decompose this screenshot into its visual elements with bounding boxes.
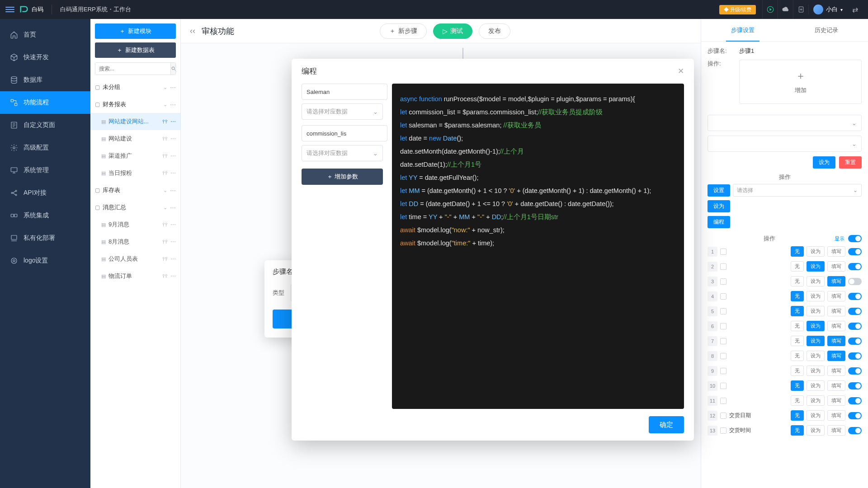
chip-no[interactable]: 无 (791, 291, 804, 301)
sidebar-item-gear[interactable]: 高级配置 (0, 136, 90, 159)
checkbox[interactable] (720, 323, 726, 329)
chip-fill[interactable]: 填写 (827, 380, 845, 391)
search-input[interactable] (95, 63, 170, 75)
tab-step-settings[interactable]: 步骤设置 (701, 19, 785, 41)
more-icon[interactable]: ⋯ (170, 84, 176, 91)
chip-set[interactable]: 设为 (807, 395, 825, 406)
tree-folder[interactable]: ▢库存表⌄⋯ (90, 182, 180, 199)
checkbox[interactable] (720, 353, 726, 359)
checkbox[interactable] (720, 413, 726, 419)
chip-no[interactable]: 无 (791, 276, 804, 286)
chip-fill[interactable]: 填写 (827, 410, 845, 421)
back-button[interactable]: ‹‹ (190, 26, 195, 36)
tree-leaf[interactable]: ▤物流订单⫯⫯⋯ (90, 267, 180, 285)
chip-fill[interactable]: 填写 (827, 395, 845, 406)
new-step-button[interactable]: ＋ 新步骤 (380, 23, 427, 39)
param-select-2[interactable]: 请选择对应数据⌄ (302, 145, 383, 161)
sidebar-item-integrate[interactable]: 系统集成 (0, 204, 90, 227)
code-editor[interactable]: async function runProcess($model = model… (392, 84, 684, 409)
tree-leaf[interactable]: ▤公司人员表⫯⫯⋯ (90, 250, 180, 267)
checkbox[interactable] (720, 263, 726, 270)
chip-fill[interactable]: 填写 (827, 291, 845, 301)
chip-fill[interactable]: 填写 (827, 321, 845, 331)
menu-icon[interactable] (5, 7, 14, 12)
more-icon[interactable]: ⋯ (170, 136, 176, 142)
config-button[interactable]: 设置 (708, 184, 730, 197)
sidebar-item-page[interactable]: 自定义页面 (0, 114, 90, 136)
setas-button[interactable]: 设为 (708, 200, 730, 212)
leaf-tools[interactable]: ⫯⫯⋯ (162, 170, 176, 176)
chip-fill[interactable]: 填写 (827, 261, 845, 272)
chip-fill[interactable]: 填写 (827, 246, 845, 257)
adjust-icon[interactable]: ⫯⫯ (162, 221, 168, 228)
chip-set[interactable]: 设为 (807, 276, 825, 286)
chip-no[interactable]: 无 (791, 410, 804, 421)
tree-leaf[interactable]: ▤9月消息⫯⫯⋯ (90, 216, 180, 233)
chip-set[interactable]: 设为 (807, 291, 825, 301)
chip-fill[interactable]: 填写 (827, 276, 845, 286)
leaf-tools[interactable]: ⫯⫯⋯ (162, 256, 176, 262)
row-toggle[interactable] (848, 367, 862, 375)
chip-no[interactable]: 无 (791, 380, 804, 391)
swap-icon[interactable]: ⇄ (847, 0, 863, 19)
sidebar-item-logo[interactable]: logo设置 (0, 249, 90, 272)
more-icon[interactable]: ⋯ (170, 239, 176, 245)
tree-folder[interactable]: ▢财务报表⌄⋯ (90, 96, 180, 113)
cloud-icon[interactable] (778, 0, 793, 19)
chip-set[interactable]: 设为 (807, 425, 825, 436)
action-select[interactable]: 请选择⌄ (733, 184, 862, 197)
param-input-2[interactable] (302, 125, 387, 141)
leaf-tools[interactable]: ⫯⫯⋯ (162, 273, 176, 279)
checkbox[interactable] (720, 368, 726, 374)
leaf-tools[interactable]: ⫯⫯⋯ (162, 153, 176, 159)
adjust-icon[interactable]: ⫯⫯ (162, 239, 168, 245)
brand-logo[interactable]: 白码 (19, 5, 52, 14)
adjust-icon[interactable]: ⫯⫯ (162, 273, 168, 279)
expand-row-2[interactable]: ⌄ (708, 136, 862, 152)
sidebar-item-home[interactable]: 首页 (0, 23, 90, 46)
adjust-icon[interactable]: ⫯⫯ (162, 256, 168, 262)
play-icon[interactable] (762, 0, 778, 19)
more-icon[interactable]: ⋯ (170, 170, 176, 176)
confirm-button[interactable]: 确定 (649, 416, 684, 433)
adjust-icon[interactable]: ⫯⫯ (162, 153, 168, 159)
leaf-tools[interactable]: ⫯⫯⋯ (162, 239, 176, 245)
adjust-icon[interactable]: ⫯⫯ (162, 118, 168, 125)
search-button[interactable] (170, 63, 176, 75)
tree-leaf[interactable]: ▤渠道推广⫯⫯⋯ (90, 147, 180, 164)
chip-set[interactable]: 设为 (807, 366, 825, 376)
tree-leaf[interactable]: ▤网站建设网站...⫯⫯⋯ (90, 113, 180, 130)
checkbox[interactable] (720, 427, 726, 434)
sidebar-item-deploy[interactable]: 私有化部署 (0, 227, 90, 249)
chip-set[interactable]: 设为 (807, 380, 825, 391)
tab-history[interactable]: 历史记录 (785, 19, 868, 41)
row-toggle[interactable] (848, 263, 862, 270)
sidebar-item-system[interactable]: 系统管理 (0, 159, 90, 182)
row-toggle[interactable] (848, 293, 862, 300)
upgrade-button[interactable]: ◆ 升级/续费 (719, 5, 756, 14)
row-toggle[interactable] (848, 338, 862, 345)
apply-button[interactable]: 设为 (813, 156, 835, 169)
more-icon[interactable]: ⋯ (170, 256, 176, 262)
chip-no[interactable]: 无 (791, 261, 804, 272)
reset-button[interactable]: 重置 (839, 156, 862, 169)
more-icon[interactable]: ⋯ (170, 101, 176, 108)
leaf-tools[interactable]: ⫯⫯⋯ (162, 136, 176, 142)
row-toggle[interactable] (848, 427, 862, 434)
row-toggle[interactable] (848, 323, 862, 330)
adjust-icon[interactable]: ⫯⫯ (162, 170, 168, 176)
checkbox[interactable] (720, 308, 726, 314)
tree-leaf[interactable]: ▤8月消息⫯⫯⋯ (90, 233, 180, 250)
chip-set[interactable]: 设为 (807, 351, 825, 361)
tree-leaf[interactable]: ▤当日报粉⫯⫯⋯ (90, 164, 180, 182)
chip-set[interactable]: 设为 (807, 336, 825, 346)
doc-icon[interactable] (793, 0, 808, 19)
checkbox[interactable] (720, 249, 726, 255)
row-toggle[interactable] (848, 397, 862, 404)
chip-fill[interactable]: 填写 (827, 306, 845, 316)
sidebar-item-cube[interactable]: 快速开发 (0, 46, 90, 69)
row-toggle[interactable] (848, 382, 862, 389)
more-icon[interactable]: ⋯ (170, 187, 176, 194)
chip-set[interactable]: 设为 (807, 410, 825, 421)
sidebar-item-flow[interactable]: 功能流程 (0, 91, 90, 114)
